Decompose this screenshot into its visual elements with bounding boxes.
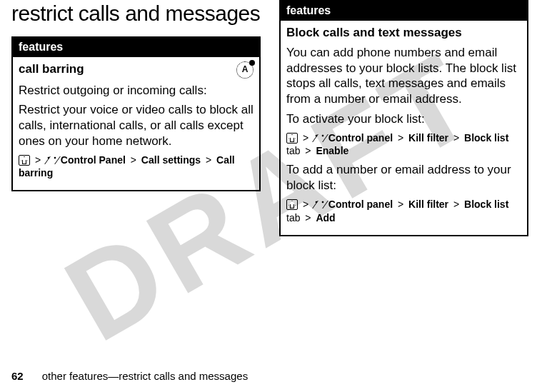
path-step: Block list bbox=[464, 198, 508, 210]
nav-path-add: > Control panel > Kill filter > Block li… bbox=[286, 198, 521, 225]
separator: > bbox=[396, 198, 406, 210]
tools-icon bbox=[313, 133, 326, 144]
separator: > bbox=[303, 212, 313, 223]
separator: > bbox=[33, 154, 43, 166]
features-box-left: features call barring Restrict outgoing … bbox=[11, 36, 261, 192]
separator: > bbox=[451, 132, 461, 144]
separator: > bbox=[301, 198, 311, 210]
tools-icon bbox=[46, 155, 58, 166]
operator-dependent-icon bbox=[236, 61, 254, 79]
page-footer: 62other features—restrict calls and mess… bbox=[11, 370, 248, 382]
path-step: Control panel bbox=[328, 132, 393, 144]
features-box-right: features Block calls and text messages Y… bbox=[279, 0, 528, 236]
feature-intro: Restrict outgoing or incoming calls: bbox=[19, 83, 254, 99]
page-number: 62 bbox=[11, 370, 24, 382]
home-icon bbox=[286, 133, 298, 144]
feature-activate-intro: To activate your block list: bbox=[286, 111, 521, 127]
separator: > bbox=[396, 132, 406, 144]
home-icon bbox=[19, 155, 30, 166]
path-step: Control Panel bbox=[61, 154, 126, 166]
feature-add-intro: To add a number or email address to your… bbox=[286, 162, 521, 194]
tools-icon bbox=[313, 199, 326, 210]
left-column: restrict calls and messages features cal… bbox=[11, 0, 261, 236]
home-icon bbox=[286, 199, 298, 210]
feature-desc: You can add phone numbers and email addr… bbox=[286, 45, 521, 107]
separator: > bbox=[301, 132, 311, 144]
nav-path-enable: > Control panel > Kill filter > Block li… bbox=[286, 131, 521, 159]
right-column: features Block calls and text messages Y… bbox=[279, 0, 528, 236]
path-step: Call settings bbox=[141, 154, 201, 166]
features-header: features bbox=[281, 1, 527, 21]
feature-name: call barring bbox=[19, 61, 84, 77]
page-content: restrict calls and messages features cal… bbox=[0, 0, 542, 392]
footer-text: other features—restrict calls and messag… bbox=[42, 370, 248, 382]
separator: > bbox=[303, 145, 313, 156]
path-tab: tab bbox=[286, 212, 300, 223]
path-step: Add bbox=[316, 212, 335, 223]
path-step: Block list bbox=[464, 132, 508, 144]
section-title: restrict calls and messages bbox=[11, 1, 261, 26]
feature-name: Block calls and text messages bbox=[286, 25, 462, 41]
features-header: features bbox=[13, 38, 259, 57]
separator: > bbox=[451, 198, 461, 210]
path-step: Enable bbox=[316, 145, 348, 156]
path-step: Kill filter bbox=[408, 198, 448, 210]
path-tab: tab bbox=[286, 145, 300, 156]
feature-desc: Restrict your voice or video calls to bl… bbox=[19, 102, 254, 149]
path-step: Kill filter bbox=[408, 132, 448, 144]
separator: > bbox=[129, 154, 139, 166]
nav-path: > Control Panel > Call settings > Call b… bbox=[19, 154, 254, 181]
separator: > bbox=[204, 154, 214, 166]
path-step: Control panel bbox=[328, 198, 393, 210]
